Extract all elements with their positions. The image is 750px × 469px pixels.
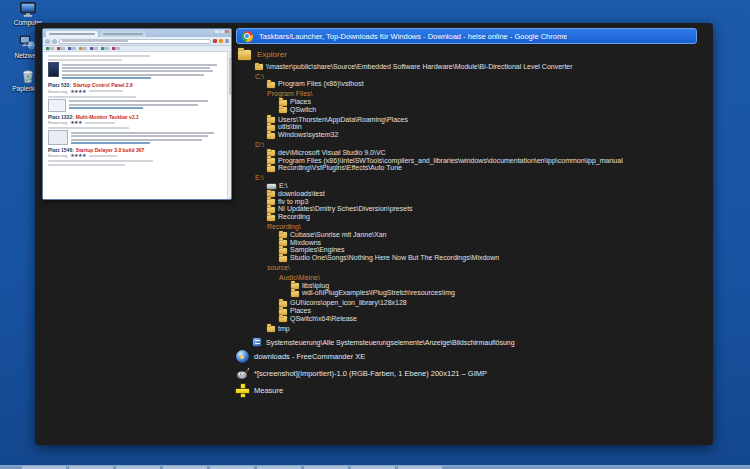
group-explorer[interactable]: Explorer — [238, 50, 697, 60]
tree-item[interactable]: Recording\VstPlugins\Effects\Auto Tune — [236, 164, 697, 172]
text-line — [62, 70, 213, 72]
tree-item[interactable]: Program Files (x86)\vsthost — [236, 80, 697, 88]
menu-icon[interactable] — [225, 39, 229, 43]
extension-icon[interactable] — [219, 39, 223, 43]
tree-header[interactable]: C:\ — [236, 72, 697, 80]
explorer-path-tree: \\master\public\share\Source\Embedded So… — [236, 63, 697, 333]
window-title: downloads - FreeCommander XE — [254, 352, 365, 361]
tree-item[interactable]: Program Files (x86)\IntelSWTools\compile… — [236, 156, 697, 164]
tree-item[interactable]: Recording — [236, 213, 697, 221]
link-line[interactable] — [62, 77, 151, 79]
tree-item[interactable]: \\master\public\share\Source\Embedded So… — [236, 63, 697, 71]
scrollbar-thumb[interactable] — [229, 57, 232, 95]
rating-label: Bewertung — [48, 120, 67, 125]
tree-item-label: E:\ — [279, 182, 288, 189]
window-item[interactable]: Measure — [236, 384, 697, 397]
folder-icon — [279, 301, 287, 307]
tree-item[interactable]: wdl-ol\IPlugExamples\IPlugStretch\resour… — [236, 289, 697, 297]
url-text — [62, 40, 128, 42]
tree-item[interactable]: Windows\system32 — [236, 131, 697, 139]
folder-icon — [267, 166, 275, 172]
rank-title: Startup Delayer 3.0 build 367 — [76, 147, 144, 153]
control-panel-icon — [253, 338, 261, 346]
window-item[interactable]: *[screenshot](importiert)-1.0 (RGB-Farbe… — [236, 367, 697, 380]
tree-item-label: source\ — [267, 264, 290, 271]
close-icon[interactable] — [225, 30, 229, 33]
bookmark-item[interactable] — [79, 47, 87, 50]
tree-item-label: Mixdowns — [290, 239, 321, 246]
chrome-window-preview[interactable]: Platz 533:Startup Control Panel 2.8 Bewe… — [42, 28, 232, 200]
tree-header[interactable]: Program Files\ — [236, 90, 697, 98]
rating-row: Bewertung ★★★★ — [48, 88, 223, 94]
link-line[interactable] — [71, 142, 150, 144]
explorer-folder-icon — [238, 50, 251, 60]
screenshot-thumbnail[interactable] — [48, 130, 68, 145]
tree-item[interactable]: Mixdowns — [236, 238, 697, 246]
bookmark-item[interactable] — [90, 47, 98, 50]
bookmark-item[interactable] — [101, 47, 109, 50]
tree-item[interactable]: tmp — [236, 324, 697, 332]
scroll-up-icon[interactable] — [229, 53, 232, 56]
tree-item[interactable]: downloads\test — [236, 189, 697, 197]
tree-item[interactable]: Places — [236, 307, 697, 315]
tree-item[interactable]: E:\ — [236, 182, 697, 190]
freecommander-icon — [236, 350, 249, 363]
tree-header[interactable]: E:\ — [236, 174, 697, 182]
tree-header[interactable]: Audio\Meine\ — [236, 273, 697, 281]
text-line — [71, 132, 214, 134]
bookmark-item[interactable] — [68, 47, 76, 50]
tree-item[interactable]: GUI\icons\open_icon_library\128x128 — [236, 299, 697, 307]
back-icon[interactable] — [45, 39, 50, 44]
tree-item-label: Samples\Engines — [290, 246, 344, 253]
tree-item[interactable]: libs\iplug — [236, 281, 697, 289]
folder-icon — [279, 256, 287, 262]
screenshot-thumbnail[interactable] — [48, 99, 66, 112]
taskbar-sliver[interactable] — [0, 465, 750, 469]
window-list: Taskbars/Launcher, Top-Downloads für Win… — [236, 28, 697, 397]
tree-item[interactable]: utils\bin — [236, 123, 697, 131]
tree-item[interactable]: dev\Microsoft Visual Studio 9.0\VC — [236, 148, 697, 156]
browser-tab[interactable] — [100, 31, 146, 37]
tree-item[interactable]: Cubase\Sunrise mit Janne\Xan — [236, 230, 697, 238]
new-tab-button[interactable] — [149, 32, 156, 36]
address-bar[interactable] — [59, 39, 211, 44]
tree-item-label: Recording\ — [267, 223, 301, 230]
tree-header[interactable]: source\ — [236, 264, 697, 272]
tree-item[interactable]: NI Updates\Dmitry Sches\Diversion\preset… — [236, 205, 697, 213]
forward-icon[interactable] — [52, 39, 57, 44]
tree-item-label: flv to mp3 — [278, 198, 308, 205]
browser-tab-active[interactable] — [46, 31, 98, 37]
minimize-icon[interactable] — [215, 30, 219, 33]
scroll-down-icon[interactable] — [229, 197, 232, 200]
tree-item-label: libs\iplug — [302, 282, 329, 289]
maximize-icon[interactable] — [220, 30, 224, 33]
tree-header[interactable]: Recording\ — [236, 223, 697, 231]
tree-item[interactable]: QSwitch\x64\Release — [236, 314, 697, 322]
explorer-group-label: Explorer — [257, 50, 287, 59]
tree-item[interactable]: Studio One\Songs\Nothing Here Now But Th… — [236, 254, 697, 262]
tree-item[interactable]: flv to mp3 — [236, 197, 697, 205]
scrollbar[interactable] — [227, 52, 231, 200]
tree-item[interactable]: Places — [236, 98, 697, 106]
text-line — [48, 59, 122, 61]
window-item[interactable]: Systemsteuerung\Alle Systemsteuerungsele… — [236, 338, 697, 346]
text-line — [71, 135, 208, 137]
tree-item-label: Cubase\Sunrise mit Janne\Xan — [290, 231, 387, 238]
bookmark-item[interactable] — [57, 47, 65, 50]
download-entry — [48, 62, 223, 80]
window-item[interactable]: downloads - FreeCommander XE — [236, 350, 697, 363]
browser-toolbar — [43, 37, 231, 46]
screenshot-thumbnail[interactable] — [48, 62, 59, 77]
window-switcher-panel: Platz 533:Startup Control Panel 2.8 Bewe… — [35, 23, 713, 445]
tree-item[interactable]: QSwitch — [236, 105, 697, 113]
tree-item[interactable]: Users\Thorsten\AppData\Roaming\Places — [236, 115, 697, 123]
tree-item-label: D:\ — [255, 141, 264, 148]
window-item-chrome[interactable]: Taskbars/Launcher, Top-Downloads für Win… — [236, 28, 697, 44]
bookmark-item[interactable] — [112, 47, 120, 50]
tree-item-label: E:\ — [255, 174, 264, 181]
tree-header[interactable]: D:\ — [236, 141, 697, 149]
tree-item[interactable]: Samples\Engines — [236, 246, 697, 254]
tree-item-label: Studio One\Songs\Nothing Here Now But Th… — [290, 254, 499, 261]
link-line[interactable] — [69, 107, 143, 109]
bookmark-item[interactable] — [46, 47, 54, 50]
